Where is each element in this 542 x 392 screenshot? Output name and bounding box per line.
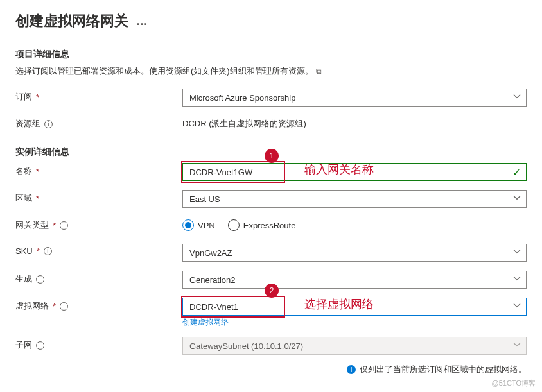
resource-group-value: DCDR (派生自虚拟网络的资源组) xyxy=(182,115,527,130)
info-solid-icon: i xyxy=(347,365,356,374)
label-generation: 生成 i xyxy=(15,271,182,285)
annotation-badge-1: 1 xyxy=(265,149,279,163)
chevron-down-icon xyxy=(513,93,521,103)
gateway-type-radio-group: VPN ExpressRoute xyxy=(182,217,527,231)
section-project-desc: 选择订阅以管理已部署资源和成本。使用资源组(如文件夹)组织和管理所有资源。 ⧉ xyxy=(15,65,527,77)
watermark: @51CTO博客 xyxy=(492,379,536,387)
annotation-text-1: 输入网关名称 xyxy=(304,162,374,177)
info-icon[interactable]: i xyxy=(60,221,68,230)
sku-select[interactable]: VpnGw2AZ xyxy=(182,244,527,262)
generation-select[interactable]: Generation2 xyxy=(182,271,527,289)
info-icon[interactable]: i xyxy=(44,247,52,255)
chevron-down-icon xyxy=(513,341,521,351)
label-region: 区域* xyxy=(15,190,182,204)
info-icon[interactable]: i xyxy=(36,275,44,284)
external-link-icon[interactable]: ⧉ xyxy=(316,67,322,76)
radio-expressroute[interactable]: ExpressRoute xyxy=(228,219,296,231)
label-subscription: 订阅* xyxy=(15,89,182,103)
required-indicator: * xyxy=(37,246,40,256)
annotation-badge-2: 2 xyxy=(265,284,279,298)
radio-circle-icon xyxy=(182,219,194,231)
info-icon[interactable]: i xyxy=(60,302,68,311)
chevron-down-icon xyxy=(513,248,521,258)
subnet-select: GatewaySubnet (10.10.1.0/27) xyxy=(182,337,527,355)
chevron-down-icon xyxy=(513,302,521,312)
label-subnet: 子网 i xyxy=(15,337,182,351)
required-indicator: * xyxy=(36,92,39,102)
required-indicator: * xyxy=(53,221,56,230)
region-select[interactable]: East US xyxy=(182,190,527,208)
section-project-title: 项目详细信息 xyxy=(15,49,527,60)
info-icon[interactable]: i xyxy=(44,120,53,128)
label-resource-group: 资源组 i xyxy=(15,115,182,130)
page-title-text: 创建虚拟网络网关 xyxy=(15,12,128,31)
vnet-filter-hint: i 仅列出了当前所选订阅和区域中的虚拟网络。 xyxy=(15,364,527,375)
radio-vpn[interactable]: VPN xyxy=(182,219,215,231)
page-title: 创建虚拟网络网关 … xyxy=(15,12,527,31)
chevron-down-icon xyxy=(513,275,521,285)
required-indicator: * xyxy=(36,167,39,176)
annotation-text-2: 选择虚拟网络 xyxy=(304,296,374,312)
radio-circle-icon xyxy=(228,219,240,231)
subscription-select[interactable]: Microsoft Azure Sponsorship xyxy=(182,89,527,107)
label-sku: SKU* i xyxy=(15,244,182,256)
label-gateway-type: 网关类型* i xyxy=(15,217,182,231)
required-indicator: * xyxy=(53,302,56,311)
label-vnet: 虚拟网络* i xyxy=(15,298,182,312)
info-icon[interactable]: i xyxy=(36,341,44,350)
required-indicator: * xyxy=(36,194,39,203)
checkmark-icon: ✓ xyxy=(512,166,521,178)
label-name: 名称* xyxy=(15,163,182,177)
chevron-down-icon xyxy=(513,194,521,204)
create-vnet-link[interactable]: 创建虚拟网络 xyxy=(182,317,229,328)
more-actions-icon[interactable]: … xyxy=(136,15,148,28)
